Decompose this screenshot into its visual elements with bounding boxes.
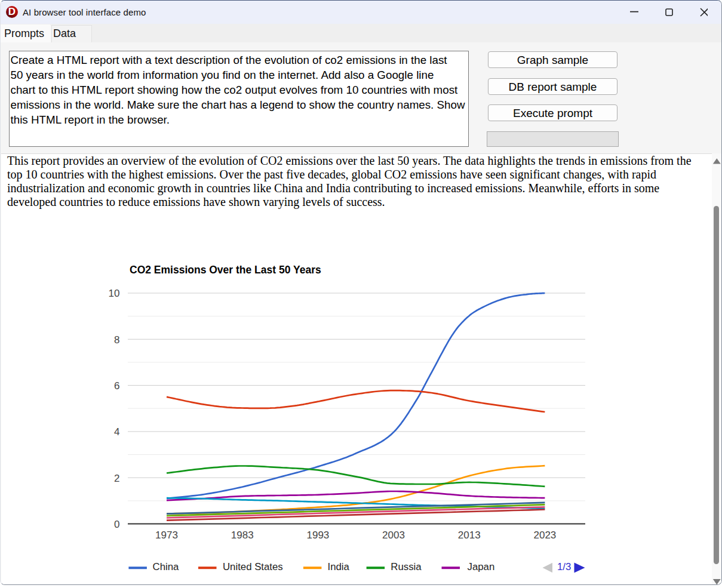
svg-text:CO2 Emissions Over the Last 50: CO2 Emissions Over the Last 50 Years [130, 264, 321, 276]
svg-text:4: 4 [114, 426, 119, 438]
svg-text:2013: 2013 [458, 529, 481, 541]
svg-text:1973: 1973 [155, 529, 178, 541]
svg-text:India: India [328, 561, 350, 572]
svg-text:6: 6 [114, 380, 119, 392]
svg-text:1983: 1983 [231, 529, 254, 541]
svg-text:China: China [153, 561, 180, 572]
svg-text:10: 10 [109, 288, 120, 299]
svg-text:1993: 1993 [306, 529, 329, 541]
svg-text:Japan: Japan [468, 561, 495, 572]
svg-text:1/3: 1/3 [557, 561, 571, 572]
svg-text:2003: 2003 [382, 529, 405, 541]
svg-text:8: 8 [114, 334, 119, 346]
svg-text:2: 2 [114, 473, 119, 484]
svg-text:Russia: Russia [391, 561, 422, 572]
svg-text:United States: United States [223, 561, 283, 572]
svg-text:2023: 2023 [533, 529, 556, 541]
svg-text:0: 0 [114, 519, 119, 530]
